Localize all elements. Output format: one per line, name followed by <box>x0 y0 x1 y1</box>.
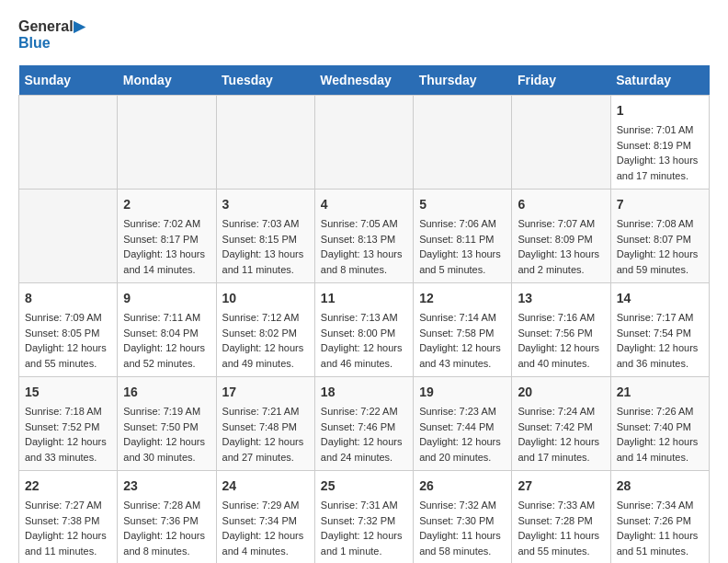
day-number: 2 <box>123 195 210 214</box>
calendar-cell: 12Sunrise: 7:14 AMSunset: 7:58 PMDayligh… <box>414 283 512 377</box>
day-number: 7 <box>617 195 703 214</box>
col-wednesday: Wednesday <box>314 65 413 96</box>
col-saturday: Saturday <box>610 65 709 96</box>
calendar-cell: 11Sunrise: 7:13 AMSunset: 8:00 PMDayligh… <box>314 283 413 377</box>
col-tuesday: Tuesday <box>216 65 314 96</box>
calendar-cell <box>216 96 314 190</box>
logo-general: General <box>18 18 74 34</box>
calendar-cell: 2Sunrise: 7:02 AMSunset: 8:17 PMDaylight… <box>118 190 216 283</box>
day-number: 6 <box>518 195 604 214</box>
calendar-cell: 5Sunrise: 7:06 AMSunset: 8:11 PMDaylight… <box>414 190 512 283</box>
page-header: General▶ Blue <box>18 18 710 51</box>
calendar-cell: 16Sunrise: 7:19 AMSunset: 7:50 PMDayligh… <box>118 377 216 471</box>
day-number: 16 <box>123 383 210 402</box>
calendar-cell: 8Sunrise: 7:09 AMSunset: 8:05 PMDaylight… <box>19 283 118 377</box>
day-number: 5 <box>419 195 506 214</box>
day-number: 24 <box>222 477 309 496</box>
calendar-cell <box>512 96 610 190</box>
calendar-cell: 15Sunrise: 7:18 AMSunset: 7:52 PMDayligh… <box>19 377 118 471</box>
day-number: 21 <box>617 383 703 402</box>
calendar-cell: 10Sunrise: 7:12 AMSunset: 8:02 PMDayligh… <box>216 283 314 377</box>
calendar-cell <box>19 96 118 190</box>
logo-blue-text: Blue <box>18 35 51 51</box>
calendar-table: Sunday Monday Tuesday Wednesday Thursday… <box>18 65 710 563</box>
day-number: 19 <box>419 383 506 402</box>
header-row: Sunday Monday Tuesday Wednesday Thursday… <box>19 65 710 96</box>
calendar-cell: 9Sunrise: 7:11 AMSunset: 8:04 PMDaylight… <box>118 283 216 377</box>
calendar-cell: 18Sunrise: 7:22 AMSunset: 7:46 PMDayligh… <box>314 377 413 471</box>
calendar-cell: 27Sunrise: 7:33 AMSunset: 7:28 PMDayligh… <box>512 471 610 563</box>
day-number: 4 <box>321 195 407 214</box>
day-number: 10 <box>222 289 309 308</box>
calendar-cell: 19Sunrise: 7:23 AMSunset: 7:44 PMDayligh… <box>414 377 512 471</box>
day-number: 11 <box>321 289 407 308</box>
col-thursday: Thursday <box>414 65 512 96</box>
calendar-cell: 14Sunrise: 7:17 AMSunset: 7:54 PMDayligh… <box>610 283 709 377</box>
logo: General▶ Blue <box>18 18 85 51</box>
day-number: 1 <box>617 101 703 121</box>
day-number: 22 <box>25 477 111 496</box>
calendar-cell: 28Sunrise: 7:34 AMSunset: 7:26 PMDayligh… <box>610 471 709 563</box>
calendar-row-4: 15Sunrise: 7:18 AMSunset: 7:52 PMDayligh… <box>19 377 710 471</box>
day-number: 20 <box>518 383 604 402</box>
day-number: 17 <box>222 383 309 402</box>
calendar-cell: 25Sunrise: 7:31 AMSunset: 7:32 PMDayligh… <box>314 471 413 563</box>
calendar-cell: 23Sunrise: 7:28 AMSunset: 7:36 PMDayligh… <box>118 471 216 563</box>
calendar-row-5: 22Sunrise: 7:27 AMSunset: 7:38 PMDayligh… <box>19 471 710 563</box>
col-sunday: Sunday <box>19 65 118 96</box>
calendar-cell <box>19 190 118 283</box>
day-number: 15 <box>25 383 111 402</box>
calendar-cell: 1Sunrise: 7:01 AMSunset: 8:19 PMDaylight… <box>610 96 709 190</box>
calendar-cell: 4Sunrise: 7:05 AMSunset: 8:13 PMDaylight… <box>314 190 413 283</box>
calendar-cell: 22Sunrise: 7:27 AMSunset: 7:38 PMDayligh… <box>19 471 118 563</box>
calendar-cell: 21Sunrise: 7:26 AMSunset: 7:40 PMDayligh… <box>610 377 709 471</box>
calendar-cell: 24Sunrise: 7:29 AMSunset: 7:34 PMDayligh… <box>216 471 314 563</box>
calendar-cell <box>118 96 216 190</box>
calendar-cell <box>314 96 413 190</box>
calendar-row-1: 1Sunrise: 7:01 AMSunset: 8:19 PMDaylight… <box>19 96 710 190</box>
calendar-row-2: 2Sunrise: 7:02 AMSunset: 8:17 PMDaylight… <box>19 190 710 283</box>
calendar-cell: 3Sunrise: 7:03 AMSunset: 8:15 PMDaylight… <box>216 190 314 283</box>
day-number: 28 <box>617 477 703 496</box>
day-number: 26 <box>419 477 506 496</box>
calendar-row-3: 8Sunrise: 7:09 AMSunset: 8:05 PMDaylight… <box>19 283 710 377</box>
day-number: 8 <box>25 289 111 308</box>
logo-blue: ▶ <box>74 18 85 34</box>
col-friday: Friday <box>512 65 610 96</box>
day-number: 25 <box>321 477 407 496</box>
calendar-cell: 20Sunrise: 7:24 AMSunset: 7:42 PMDayligh… <box>512 377 610 471</box>
calendar-cell: 6Sunrise: 7:07 AMSunset: 8:09 PMDaylight… <box>512 190 610 283</box>
calendar-cell: 17Sunrise: 7:21 AMSunset: 7:48 PMDayligh… <box>216 377 314 471</box>
day-number: 18 <box>321 383 407 402</box>
day-number: 14 <box>617 289 703 308</box>
day-number: 3 <box>222 195 309 214</box>
col-monday: Monday <box>118 65 216 96</box>
day-number: 27 <box>518 477 604 496</box>
calendar-cell: 7Sunrise: 7:08 AMSunset: 8:07 PMDaylight… <box>610 190 709 283</box>
day-number: 23 <box>123 477 210 496</box>
day-number: 9 <box>123 289 210 308</box>
calendar-cell: 13Sunrise: 7:16 AMSunset: 7:56 PMDayligh… <box>512 283 610 377</box>
day-number: 12 <box>419 289 506 308</box>
calendar-cell <box>414 96 512 190</box>
calendar-cell: 26Sunrise: 7:32 AMSunset: 7:30 PMDayligh… <box>414 471 512 563</box>
day-number: 13 <box>518 289 604 308</box>
